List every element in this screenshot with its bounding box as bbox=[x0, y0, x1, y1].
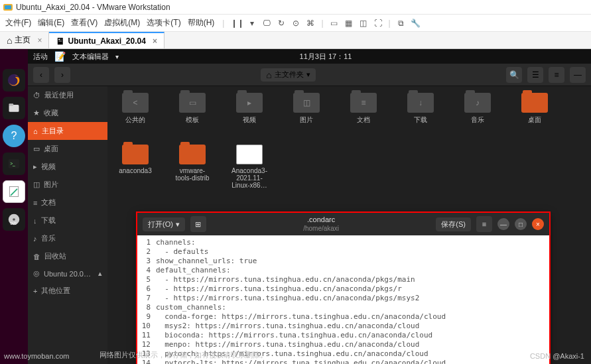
monitor-icon: 🖥 bbox=[56, 36, 65, 46]
close-icon[interactable]: × bbox=[153, 36, 157, 46]
pause-icon[interactable]: ❙❙ bbox=[232, 18, 243, 29]
location-label: 主文件夹 bbox=[275, 70, 304, 80]
terminal-icon[interactable]: >_ bbox=[3, 152, 25, 175]
vmware-menubar: 文件(F) 编辑(E) 查看(V) 虚拟机(M) 选项卡(T) 帮助(H) | … bbox=[0, 15, 591, 32]
folder-item[interactable]: ↓下载 bbox=[402, 93, 439, 125]
chevron-down-icon: ▾ bbox=[115, 53, 119, 60]
vmware-titlebar: Ubuntu_Akaxi_20.04 - VMware Workstation bbox=[0, 0, 591, 15]
sidebar-item-desktop[interactable]: ▭桌面 bbox=[28, 140, 107, 158]
settings-icon[interactable]: 🔧 bbox=[411, 18, 421, 29]
tab-ubuntu-label: Ubuntu_Akaxi_20.04 bbox=[68, 36, 145, 46]
menu-tabs[interactable]: 选项卡(T) bbox=[147, 17, 180, 29]
folder-item[interactable]: ♪音乐 bbox=[459, 93, 496, 125]
chevron-down-icon: ▾ bbox=[306, 70, 310, 79]
activities-button[interactable]: 活动 bbox=[33, 52, 48, 62]
thumb-icon[interactable]: ▭ bbox=[329, 18, 340, 29]
menu-edit[interactable]: 编辑(E) bbox=[38, 17, 64, 29]
folder-item[interactable]: ▸视频 bbox=[231, 93, 268, 125]
ubuntu-topbar: 活动 📝 文本编辑器 ▾ 11月3日 17：11 bbox=[28, 49, 591, 64]
save-button[interactable]: 保存(S) bbox=[436, 217, 471, 231]
search-button[interactable]: 🔍 bbox=[506, 67, 522, 83]
folder-item[interactable]: ≡文档 bbox=[345, 93, 382, 125]
firefox-icon[interactable] bbox=[3, 69, 25, 91]
sidebar-item-downloads[interactable]: ↓下载 bbox=[28, 212, 107, 229]
hamburger-button[interactable]: ≡ bbox=[476, 216, 492, 232]
vmware-title-text: Ubuntu_Akaxi_20.04 - VMware Workstation bbox=[16, 3, 170, 12]
editor-body[interactable]: 123456789101112131415 channels: - defaul… bbox=[137, 235, 549, 364]
sidebar-item-videos[interactable]: ▸视频 bbox=[28, 158, 107, 176]
new-tab-button[interactable]: ⊞ bbox=[190, 216, 206, 232]
forward-button[interactable]: › bbox=[54, 67, 70, 83]
menu-view[interactable]: 查看(V) bbox=[71, 17, 98, 29]
folder-item[interactable]: ◫图片 bbox=[288, 93, 325, 125]
app-indicator-icon: 📝 bbox=[54, 51, 66, 62]
manage-icon[interactable]: ⌘ bbox=[305, 18, 316, 29]
revert-icon[interactable]: ↻ bbox=[276, 18, 287, 29]
dropdown-icon[interactable]: ▾ bbox=[247, 18, 257, 29]
minimize-button[interactable]: — bbox=[497, 218, 509, 230]
close-button[interactable]: × bbox=[532, 218, 544, 230]
menu-file[interactable]: 文件(F) bbox=[5, 17, 31, 29]
location-bar[interactable]: ⌂ 主文件夹 ▾ bbox=[261, 68, 315, 82]
folder-item[interactable]: ▭模板 bbox=[174, 93, 211, 125]
tab-home-label: 主页 bbox=[15, 34, 31, 46]
home-icon: ⌂ bbox=[7, 35, 12, 46]
line-gutter: 123456789101112131415 bbox=[137, 235, 153, 364]
folder-item[interactable]: <公共的 bbox=[117, 93, 154, 125]
vmware-tabs: ⌂ 主页 × 🖥 Ubuntu_Akaxi_20.04 × bbox=[0, 32, 591, 49]
tab-ubuntu[interactable]: 🖥 Ubuntu_Akaxi_20.04 × bbox=[49, 32, 164, 48]
editor-title: .condarc /home/akaxi bbox=[303, 215, 339, 232]
folder-item[interactable]: anaconda3 bbox=[117, 145, 154, 189]
view-button[interactable]: ☰ bbox=[527, 67, 543, 83]
svg-text:DVD: DVD bbox=[11, 222, 17, 225]
console-icon[interactable]: ⧉ bbox=[396, 18, 407, 29]
tab-home[interactable]: ⌂ 主页 × bbox=[0, 32, 49, 48]
home-icon: ⌂ bbox=[266, 70, 271, 80]
watermark-right: CSDN @Akaxi-1 bbox=[530, 352, 584, 360]
unity-icon[interactable]: ◫ bbox=[358, 18, 369, 29]
sidebar-item-music[interactable]: ♪音乐 bbox=[28, 229, 107, 247]
close-icon[interactable]: × bbox=[37, 36, 42, 45]
menu-vm[interactable]: 虚拟机(M) bbox=[104, 17, 140, 29]
svg-rect-1 bbox=[5, 5, 11, 9]
code-area[interactable]: channels: - defaultsshow_channel_urls: t… bbox=[153, 235, 549, 364]
menu-help[interactable]: 帮助(H) bbox=[188, 17, 215, 29]
text-editor-window: 打开(O)▾ ⊞ .condarc /home/akaxi 保存(S) ≡ — … bbox=[136, 212, 551, 364]
vmware-icon bbox=[3, 2, 13, 13]
sidebar-item-trash[interactable]: 🗑回收站 bbox=[28, 247, 107, 265]
help-icon[interactable]: ? bbox=[3, 125, 25, 147]
fullscreen-icon[interactable]: ⛶ bbox=[373, 18, 383, 29]
sidebar-item-disk[interactable]: ◎Ubuntu 20.0…▴ bbox=[28, 265, 107, 282]
files-icon[interactable] bbox=[3, 97, 25, 119]
texteditor-icon[interactable] bbox=[3, 180, 25, 203]
ubuntu-dock: ? >_ DVD bbox=[0, 49, 28, 364]
sidebar-item-starred[interactable]: ★收藏 bbox=[28, 104, 107, 122]
multi-icon[interactable]: ▦ bbox=[344, 18, 354, 29]
sidebar-item-recent[interactable]: ⏱最近使用 bbox=[28, 86, 107, 104]
minimize-button[interactable]: — bbox=[570, 67, 586, 83]
svg-rect-4 bbox=[9, 103, 14, 105]
app-name[interactable]: 文本编辑器 bbox=[72, 52, 109, 62]
open-button[interactable]: 打开(O)▾ bbox=[143, 217, 185, 231]
snapshot2-icon[interactable]: ⊙ bbox=[291, 18, 301, 29]
editor-titlebar[interactable]: 打开(O)▾ ⊞ .condarc /home/akaxi 保存(S) ≡ — … bbox=[137, 213, 549, 235]
sidebar-item-pictures[interactable]: ◫图片 bbox=[28, 176, 107, 194]
fm-headerbar: ‹ › ⌂ 主文件夹 ▾ 🔍 ☰ ≡ — bbox=[28, 64, 591, 86]
disk-icon[interactable]: DVD bbox=[3, 208, 25, 231]
ubuntu-guest: ? >_ DVD 活动 📝 文本编辑器 ▾ 11月3日 17：11 ‹ bbox=[0, 49, 591, 364]
back-button[interactable]: ‹ bbox=[33, 67, 49, 83]
snapshot-icon[interactable]: 🖵 bbox=[261, 18, 272, 29]
folder-item[interactable]: Anaconda3-2021.11-Linux-x86… bbox=[231, 145, 268, 189]
svg-text:>_: >_ bbox=[10, 161, 15, 166]
maximize-button[interactable]: □ bbox=[515, 218, 527, 230]
watermark-mid: 网络图片仅供展示，非存储，如有侵权请联系删除。 bbox=[99, 350, 267, 360]
sidebar-item-other[interactable]: +其他位置 bbox=[28, 282, 107, 300]
svg-point-9 bbox=[13, 218, 15, 221]
sidebar-item-home[interactable]: ⌂主目录 bbox=[28, 122, 107, 140]
datetime[interactable]: 11月3日 17：11 bbox=[300, 52, 352, 62]
sidebar-item-documents[interactable]: ≡文档 bbox=[28, 194, 107, 212]
folder-item[interactable]: 桌面 bbox=[516, 93, 553, 125]
menu-button[interactable]: ≡ bbox=[549, 67, 564, 83]
fm-sidebar: ⏱最近使用 ★收藏 ⌂主目录 ▭桌面 ▸视频 ◫图片 ≡文档 ↓下载 ♪音乐 🗑… bbox=[28, 86, 107, 364]
folder-item[interactable]: vmware-tools-distrib bbox=[174, 145, 211, 189]
